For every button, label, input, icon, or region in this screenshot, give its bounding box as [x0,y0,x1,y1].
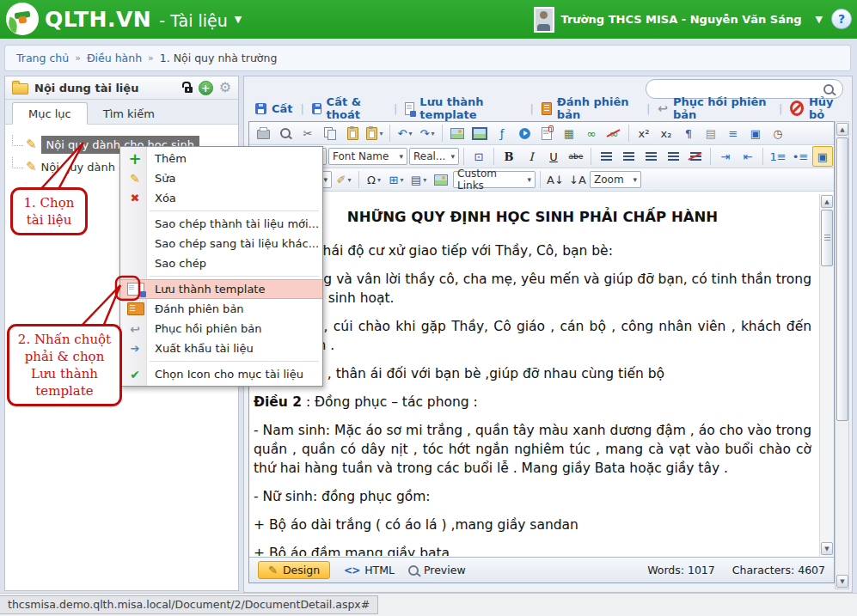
version-button[interactable]: Đánh phiên bản [534,95,646,121]
chevron-down-icon: ▾ [399,152,403,161]
menu-item-copy-to-other[interactable]: Sao chép sang tài liệu khác... [120,234,322,253]
insert-image-icon[interactable] [431,169,451,190]
subscript-icon[interactable]: x₂ [656,123,676,143]
align-none-icon[interactable] [685,146,706,167]
paste-options-icon[interactable]: ▾ [364,123,385,143]
editor-scrollbar[interactable]: ▲ ▼ [819,194,834,556]
breadcrumb-item[interactable]: Trang chủ [16,52,69,64]
cancel-button[interactable]: Hủy bỏ [782,95,852,121]
align-center-icon[interactable] [618,146,639,167]
help-icon[interactable]: ? [831,9,852,29]
indent-icon[interactable]: ⇥ [715,146,736,167]
insert-table-icon[interactable]: ⊞▾ [386,169,407,190]
convert-to-upper-icon[interactable]: ↓A [567,169,588,190]
find-icon[interactable] [275,123,296,143]
add-icon[interactable]: + [199,81,213,95]
menu-item-save-as-template[interactable]: Lưu thành template [120,279,322,299]
gear-icon[interactable]: ⚙ [219,81,231,95]
glyph: x₂ [661,128,672,139]
undo-icon[interactable]: ↶▾ [395,123,415,143]
menu-item-edit[interactable]: ✎Sửa [120,168,322,188]
annotation-step2: 2. Nhấn chuộtphải & chọnLưu thànhtemplat… [7,324,122,406]
bold-button[interactable]: B [499,146,519,167]
preview-mode-button[interactable]: Preview [408,564,466,576]
restore-version-button[interactable]: ↩Phục hồi phiên bản [650,95,779,121]
save-button[interactable]: Cất [248,102,301,115]
cut-icon[interactable]: ✂ [297,123,318,143]
design-mode-button[interactable]: ✎ Design [258,561,330,579]
underline-button[interactable]: U [543,146,564,167]
document-paragraph: - Lễ phép , cúi chào khi gặp Thầy, Cô gi… [254,317,811,355]
superscript-icon[interactable]: x² [634,123,654,143]
menu-item-copy-as-new[interactable]: Sao chép thành tài liệu mới... [120,214,322,234]
search-input[interactable] [655,82,823,96]
outdent-icon[interactable]: ⇤ [738,146,758,167]
save-as-template-button[interactable]: Lưu thành template [397,95,530,121]
glyph [450,128,464,139]
menu-item-restore-version[interactable]: ↩Phục hồi phiên bản [120,319,322,338]
list-properties-icon[interactable]: ▤▾ [408,169,429,190]
scrollbar-grip [824,235,830,235]
menu-item-delete[interactable]: ✖Xóa [120,188,322,208]
print-icon[interactable] [253,123,273,143]
scrollbar-thumb[interactable] [821,210,833,266]
glyph [542,127,552,140]
paragraph-marks-icon[interactable]: ¶ [678,123,699,143]
align-left-icon[interactable] [596,146,616,167]
copy-icon[interactable] [320,123,340,143]
font-name-dropdown[interactable]: Font Name▾ [328,148,407,165]
menu-item-export[interactable]: ➔Xuất khẩu tài liệu [120,338,322,358]
html-mode-button[interactable]: <> HTML [344,564,395,576]
menu-item-version[interactable]: Đánh phiên bản [120,299,322,319]
pencil-icon: ✎ [26,159,37,174]
unlock-icon[interactable] [185,87,193,93]
redo-icon[interactable]: ↷▾ [417,123,438,143]
scroll-up-icon[interactable]: ▲ [836,123,848,136]
user-chevron-down-icon[interactable]: ▼ [816,14,823,25]
align-justify-icon[interactable] [663,146,683,167]
scroll-down-icon[interactable]: ▼ [836,575,848,588]
bullet-list-icon[interactable]: •≡ [790,146,811,167]
search-icon[interactable] [823,84,834,95]
remove-link-icon[interactable]: ∞ [603,123,624,143]
save-exit-button[interactable]: Cất & thoát [304,95,394,121]
align-right-icon[interactable] [640,146,661,167]
module-icon[interactable]: ▣ [745,123,766,143]
numbered-list-icon[interactable]: 1≡ [768,146,788,167]
insert-time-icon[interactable]: ◷ [768,123,788,143]
convert-to-lower-icon[interactable]: A↓ [545,169,566,190]
custom-links-dropdown[interactable]: Custom Links▾ [453,171,536,188]
font-size-dropdown[interactable]: Real...▾ [409,148,459,165]
breadcrumb-item[interactable]: Điều hành [87,52,142,64]
scrollbar-thumb[interactable] [836,137,848,421]
paste-icon[interactable] [342,123,363,143]
scroll-down-icon[interactable]: ▼ [821,542,833,555]
menu-item-add[interactable]: +Thêm [120,149,322,168]
special-character-icon[interactable]: Ω▾ [364,169,384,190]
menu-item-choose-icon[interactable]: ✔Chọn Icon cho mục tài liệu [120,364,322,384]
image-map-icon[interactable]: ▦ [559,123,579,143]
sidebar-tab[interactable]: Tìm kiếm [88,103,170,124]
sidebar-tab[interactable]: Mục lục [12,102,88,125]
flash-icon[interactable]: ƒ [492,123,512,143]
document-manager-icon[interactable] [536,123,557,143]
media-icon[interactable] [514,123,535,143]
italic-button[interactable]: I [521,146,542,167]
template-manager-icon[interactable]: ▤ [701,123,721,143]
panel-scrollbar[interactable]: ▲ ▼ [835,121,849,589]
cell-borders-icon[interactable]: ⊡ [468,146,489,167]
image-manager-icon[interactable] [447,123,468,143]
show-borders-toggle-icon[interactable]: ▣ [812,146,833,167]
horizontal-rule-icon[interactable]: ≡ [723,123,744,143]
document-content[interactable]: NHỮNG QUY ĐỊNH HỌC SINH PHẢI CHẤP HÀNHĐi… [249,194,834,556]
brand-title: QLTH.VN - Tài liệu ▼ [45,7,242,32]
format-painter-icon[interactable]: ✐▾ [334,169,354,190]
image-editor-icon[interactable] [469,123,490,143]
user-menu[interactable]: Trường THCS MISA - Nguyễn Văn Sáng ▼ [534,0,823,39]
hyperlink-icon[interactable]: ∞ [581,123,602,143]
strikethrough-button[interactable]: abe [566,146,586,167]
zoom-dropdown[interactable]: Zoom▾ [590,171,641,188]
module-chevron-down-icon[interactable]: ▼ [235,14,242,25]
scroll-up-icon[interactable]: ▲ [821,195,833,208]
menu-item-copy[interactable]: Sao chép [120,253,322,273]
